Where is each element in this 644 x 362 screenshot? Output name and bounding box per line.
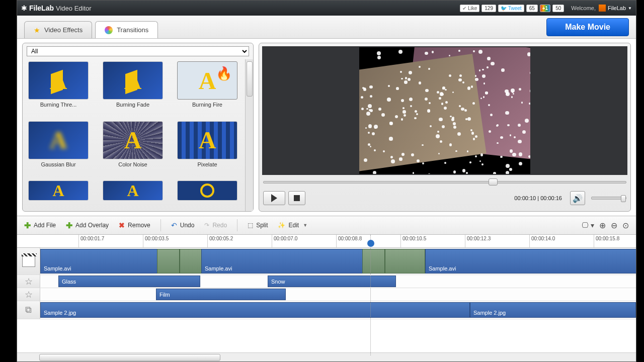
playhead[interactable] — [370, 235, 371, 355]
split-button[interactable]: ⬚Split — [248, 222, 268, 229]
thumb-scrollbar[interactable] — [245, 59, 253, 211]
like-count: 129 — [481, 5, 496, 12]
tab-video-effects[interactable]: ★ Video Effects — [24, 21, 92, 38]
tweet-button[interactable]: 🐦Tweet — [498, 5, 524, 12]
add-overlay-button[interactable]: ✚Add Overlay — [66, 221, 109, 230]
make-movie-button[interactable]: Make Movie — [546, 18, 629, 36]
timeline-clip[interactable] — [385, 249, 425, 274]
timeline-ruler[interactable]: 00:00:01.700:00:03.500:00:05.200:00:07.0… — [17, 235, 636, 248]
like-button[interactable]: ✔Like — [460, 5, 479, 12]
timeline-clip[interactable]: Sample 2.jpg — [470, 302, 636, 318]
app-logo: ✱ FileLab Video Editor — [21, 4, 92, 12]
tweet-count: 65 — [526, 5, 538, 12]
plus-icon: ✚ — [66, 221, 72, 230]
timeline-tracks: Sample.aviSample.aviSample.avi ☆ GlassSn… — [17, 248, 636, 352]
timeline-clip[interactable] — [180, 249, 203, 274]
thumb-burning-fade[interactable]: ABurning Fade — [100, 61, 166, 116]
volume-button[interactable]: 🔊 — [570, 191, 585, 205]
undo-button[interactable]: ↶Undo — [171, 221, 195, 229]
clapboard-icon — [17, 248, 40, 275]
timeline-scrollbar[interactable] — [17, 352, 636, 361]
timeline-clip[interactable] — [157, 249, 180, 274]
user-menu[interactable]: FileLab ▼ — [599, 5, 632, 12]
remove-button[interactable]: ✖Remove — [119, 221, 150, 229]
zoom-in-icon[interactable]: ⊕ — [599, 221, 606, 230]
pinwheel-icon — [105, 26, 113, 34]
tab-transitions[interactable]: Transitions — [95, 21, 158, 38]
thumb-partial-c[interactable] — [175, 180, 240, 211]
edit-button[interactable]: ✨Edit▼ — [278, 222, 307, 229]
fx-track-1: ☆ GlassSnow — [17, 275, 636, 288]
undo-icon: ↶ — [171, 221, 177, 229]
star-icon: ☆ — [17, 288, 40, 301]
stop-button[interactable] — [288, 191, 305, 205]
stop-icon — [294, 195, 300, 201]
timeline-clip[interactable]: Film — [156, 289, 286, 300]
preview-viewport — [262, 46, 627, 175]
thumb-gaussian-blur[interactable]: AGaussian Blur — [26, 121, 91, 176]
seek-bar[interactable] — [263, 177, 626, 187]
plus-icon: ✚ — [24, 221, 31, 230]
plusone-count: 50 — [552, 5, 564, 12]
play-button[interactable] — [263, 191, 285, 205]
preview-image — [359, 47, 530, 174]
overlay-icon: ⧉ — [17, 301, 40, 319]
redo-icon: ↷ — [204, 222, 209, 229]
timecode: 00:00:10 | 00:00:16 — [514, 195, 562, 201]
topbar: ✱ FileLab Video Editor ✔Like 129 🐦Tweet … — [17, 1, 636, 16]
timeline-clip[interactable]: Snow — [268, 276, 396, 287]
add-file-button[interactable]: ✚Add File — [24, 221, 56, 230]
preview-panel: 00:00:10 | 00:00:16 🔊 — [259, 43, 631, 212]
thumbnail-grid: ABurning Thre... ABurning Fade A🔥Burning… — [23, 59, 253, 211]
wand-icon: ✨ — [278, 222, 285, 229]
timeline-clip[interactable]: Glass — [58, 276, 200, 287]
thumb-color-noise[interactable]: AColor Noise — [100, 121, 166, 176]
fx-track-2: ☆ Film — [17, 288, 636, 301]
welcome-label: Welcome, — [571, 5, 596, 11]
timeline-clip[interactable]: Sample.avi — [201, 249, 383, 274]
plusone-button[interactable]: +1 — [540, 5, 550, 12]
effects-panel: All ABurning Thre... ABurning Fade A🔥Bur… — [22, 43, 254, 212]
star-icon: ☆ — [17, 275, 40, 288]
monitor-icon[interactable]: 🖵 ▾ — [582, 221, 594, 229]
social-buttons: ✔Like 129 🐦Tweet 65 +1 50 — [460, 5, 564, 12]
thumb-pixelate[interactable]: APixelate — [175, 121, 240, 176]
video-track: Sample.aviSample.aviSample.avi — [17, 248, 636, 275]
play-icon — [271, 194, 277, 202]
remove-icon: ✖ — [119, 221, 125, 229]
thumb-burning-fire[interactable]: A🔥Burning Fire — [175, 61, 240, 116]
user-icon — [599, 5, 606, 12]
chevron-down-icon: ▼ — [303, 223, 307, 228]
zoom-out-icon[interactable]: ⊖ — [611, 221, 617, 230]
redo-button[interactable]: ↷Redo — [204, 222, 227, 229]
overlay-track: ⧉ Sample 2.jpgSample 2.jpg — [17, 301, 636, 319]
volume-slider[interactable] — [591, 197, 626, 200]
thumb-partial-a[interactable]: A — [26, 180, 91, 211]
split-icon: ⬚ — [248, 222, 253, 229]
thumb-burning-thre[interactable]: ABurning Thre... — [26, 61, 91, 116]
speaker-icon: 🔊 — [573, 194, 583, 203]
timeline-clip[interactable]: Sample 2.jpg — [40, 302, 470, 318]
timeline-clip[interactable]: Sample.avi — [425, 249, 636, 274]
filter-select[interactable]: All — [27, 46, 249, 56]
timeline-clip[interactable] — [362, 249, 385, 274]
thumb-partial-b[interactable]: A — [100, 180, 166, 211]
zoom-fit-icon[interactable]: ⊙ — [622, 221, 629, 230]
tab-row: ★ Video Effects Transitions Make Movie — [17, 16, 636, 39]
timeline-toolbar: ✚Add File ✚Add Overlay ✖Remove ↶Undo ↷Re… — [17, 216, 636, 235]
star-icon: ★ — [34, 26, 40, 34]
